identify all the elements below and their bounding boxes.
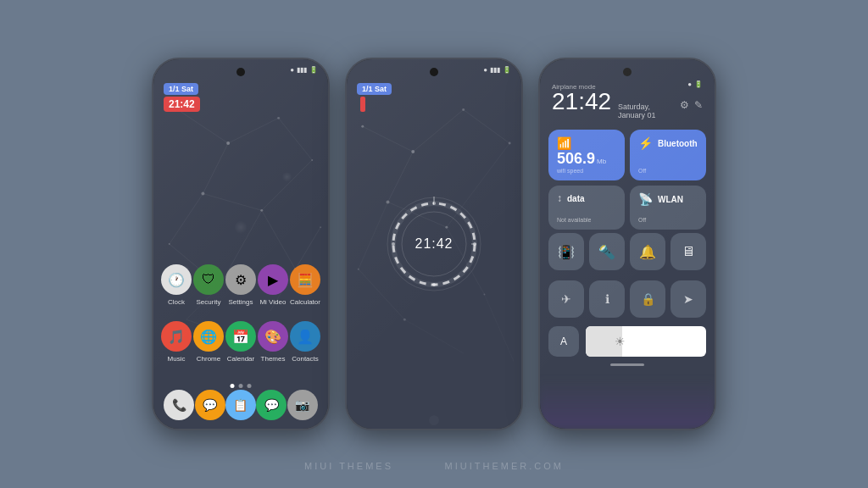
cc-date: Saturday, January 01 (618, 103, 673, 119)
svg-point-20 (260, 209, 263, 212)
dock-phone[interactable]: 📞 (164, 390, 194, 420)
airplane-tile[interactable]: ✈ (548, 280, 584, 318)
clock-screen: ●▮▮▮🔋 1/1 Sat (347, 59, 521, 429)
phone-dock-icon: 📞 (164, 390, 194, 420)
brightness-slider[interactable]: ☀ (586, 326, 706, 357)
time-badge: 21:42 (164, 97, 200, 112)
status-icons: ●▮▮▮🔋 (290, 66, 318, 74)
settings-label: Settings (229, 298, 253, 306)
red-indicator (360, 97, 365, 112)
clock-time: 21:42 (415, 236, 453, 252)
cc-small-tiles-1: 📳 🔦 🔔 🖥 (540, 233, 715, 270)
blur-bottom (540, 378, 715, 429)
control-center-screen: Airplane mode ● 🔋 21:42 Saturday, Januar… (540, 59, 715, 429)
mivideo-icon: ▶ (258, 264, 288, 295)
lock-tile[interactable]: 🔒 (630, 280, 665, 318)
dock-messages[interactable]: 💬 (195, 390, 225, 420)
phone-home: ●▮▮▮🔋 1/1 Sat 21:42 🕐 Clock 🛡 Security (152, 58, 330, 430)
app-mivideo[interactable]: ▶ Mi Video (258, 264, 288, 306)
calculator-label: Calculator (290, 298, 320, 306)
svg-point-46 (358, 269, 359, 270)
torch-tile[interactable]: 🔦 (589, 233, 625, 270)
control-center: Airplane mode ● 🔋 21:42 Saturday, Januar… (540, 59, 715, 429)
themes-label: Themes (261, 355, 286, 363)
svg-point-25 (234, 220, 248, 234)
wifi-speed-unit: Mb (597, 158, 606, 165)
svg-point-47 (403, 319, 406, 321)
wlan-sub: Off (638, 217, 698, 223)
bluetooth-tile[interactable]: ⚡ Bluetooth Off (630, 130, 706, 180)
app-calendar[interactable]: 📅 Calendar (225, 321, 256, 363)
data-tile[interactable]: ↕ data Not available (548, 186, 625, 230)
home-bar (610, 363, 644, 366)
info-tile[interactable]: ℹ (589, 280, 625, 318)
lock-icon: 🔒 (641, 292, 655, 306)
themes-icon: 🎨 (258, 321, 288, 352)
svg-point-24 (320, 226, 321, 228)
app-chrome[interactable]: 🌐 Chrome (193, 321, 224, 363)
svg-point-43 (509, 142, 511, 145)
svg-point-21 (169, 243, 170, 245)
wlan-tile[interactable]: 📡 WLAN Off (630, 186, 706, 230)
torch-icon: 🔦 (598, 244, 615, 260)
clock-ring: 21:42 (383, 193, 485, 295)
app-row-2: 🎵 Music 🌐 Chrome 📅 Calendar 🎨 Themes (160, 321, 321, 363)
app-contacts[interactable]: 👤 Contacts (290, 321, 320, 363)
wlan-label: WLAN (658, 195, 683, 204)
chrome-label: Chrome (197, 355, 220, 363)
svg-point-18 (311, 159, 313, 161)
cast-tile[interactable]: 🖥 (670, 233, 706, 270)
home-indicator (540, 363, 715, 366)
app-row-1: 🕐 Clock 🛡 Security ⚙ Settings ▶ Mi Video (160, 264, 321, 306)
svg-point-26 (282, 172, 292, 182)
status-icons-2: ●▮▮▮🔋 (483, 66, 511, 74)
brightness-row: A ☀ (540, 323, 715, 360)
dock-files[interactable]: 📋 (225, 390, 256, 420)
camera-hole (236, 68, 245, 76)
location-tile[interactable]: ➤ (670, 280, 706, 318)
bluetooth-sub: Off (638, 168, 698, 174)
app-security[interactable]: 🛡 Security (193, 264, 224, 306)
calendar-label: Calendar (227, 355, 254, 363)
dot-2 (239, 384, 243, 388)
app-clock[interactable]: 🕐 Clock (161, 264, 192, 306)
files-dock-icon: 📋 (225, 390, 256, 420)
security-icon: 🛡 (193, 264, 224, 295)
battery-icon: 🔋 (694, 80, 703, 88)
security-label: Security (197, 298, 221, 306)
home-screen: ●▮▮▮🔋 1/1 Sat 21:42 🕐 Clock 🛡 Security (153, 59, 328, 429)
app-grid: 🕐 Clock 🛡 Security ⚙ Settings ▶ Mi Video (153, 264, 328, 378)
vibrate-icon: 📳 (558, 244, 575, 260)
mivideo-label: Mi Video (259, 298, 286, 306)
music-icon: 🎵 (161, 321, 192, 352)
wifi-speed-value: 506.9 (557, 150, 595, 168)
dot-3 (248, 384, 252, 388)
vibrate-tile[interactable]: 📳 (548, 233, 584, 270)
svg-point-56 (432, 283, 436, 286)
wlan-icon: 📡 (638, 192, 653, 206)
bell-tile[interactable]: 🔔 (630, 233, 665, 270)
clock-label: Clock (168, 298, 185, 306)
contacts-label: Contacts (292, 355, 319, 363)
auto-brightness-icon[interactable]: A (548, 326, 579, 357)
wifi-speed-sub: wifi speed (557, 168, 616, 174)
app-music[interactable]: 🎵 Music (161, 321, 192, 363)
svg-point-41 (411, 150, 415, 153)
date-badge: 1/1 Sat (164, 83, 198, 95)
edit-icon-cc[interactable]: ✎ (694, 99, 703, 111)
dot-1 (231, 384, 235, 388)
dock-camera[interactable]: 📷 (287, 390, 318, 420)
app-calculator[interactable]: 🧮 Calculator (290, 264, 320, 306)
airplane-icon: ✈ (561, 292, 571, 306)
cast-icon: 🖥 (682, 244, 695, 259)
dock: 📞 💬 📋 💬 📷 (153, 390, 328, 420)
settings-icon-cc[interactable]: ⚙ (680, 99, 689, 111)
wifi-speed-tile[interactable]: 📶 506.9 Mb wifi speed (548, 130, 625, 180)
info-icon: ℹ (605, 292, 609, 306)
dock-chat[interactable]: 💬 (256, 390, 287, 420)
app-themes[interactable]: 🎨 Themes (258, 321, 288, 363)
app-settings[interactable]: ⚙ Settings (225, 264, 256, 306)
camera-hole-2 (430, 68, 438, 76)
chrome-icon: 🌐 (193, 321, 224, 352)
camera-hole-3 (623, 68, 632, 76)
